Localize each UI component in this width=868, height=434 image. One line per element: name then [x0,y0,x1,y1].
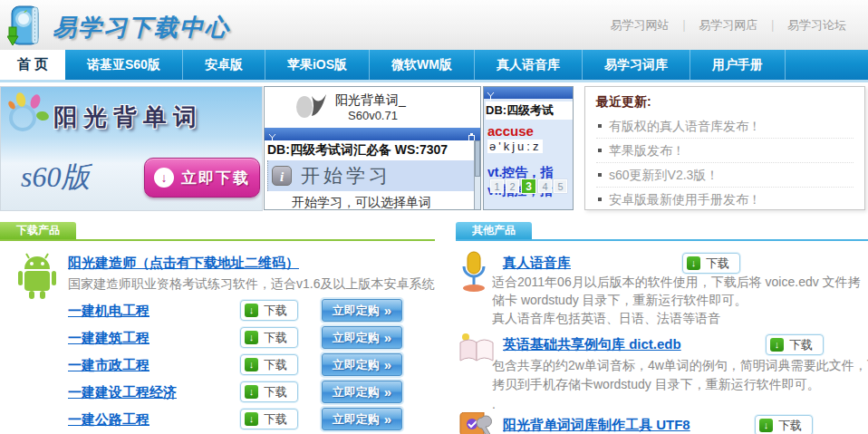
order-now-button[interactable]: 立即定购» [322,299,402,322]
chevron-right-icon: » [384,303,391,318]
status-bar [265,128,480,140]
scrollbar-thumb[interactable] [475,140,480,177]
banner-title: 阳光背单词 [53,101,203,133]
bullet-icon [598,173,602,177]
item-link-gonglu[interactable]: 一建公路工程 [68,411,149,429]
update-item[interactable]: 苹果版发布！ [596,139,854,163]
bullet-icon [598,124,602,128]
item-link-jianzhu[interactable]: 一建建筑工程 [68,330,149,347]
other-link-dictmaker[interactable]: 阳光背单词词库制作工具 UTF8 [503,417,690,434]
other-desc-line: . [492,397,868,411]
update-item[interactable]: s60更新到V2.3版！ [596,163,854,188]
section-underline-others [456,239,868,241]
download-arrow-icon: ↓ [245,331,258,344]
order-now-button[interactable]: 立即定购» [322,326,402,349]
bullet-icon [598,198,602,201]
order-now-button[interactable]: 立即定购» [322,408,402,430]
section-tab-others: 其他产品 [456,222,532,239]
status-bar [484,87,573,99]
download-button[interactable]: ↓下载 [755,415,813,434]
promo-banner[interactable]: 阳光背单词 s60版 ↓ 立即下载 [0,86,263,211]
top-link-forum[interactable]: 易学习论坛 [778,18,855,32]
chevron-right-icon: » [384,330,391,345]
nav-tab-manual[interactable]: 用户手册 [690,50,786,80]
updates-title: 最近更新: [596,94,854,111]
app-version: S60v0.71 [348,109,398,122]
order-now-button[interactable]: 立即定购» [322,381,402,403]
menu-item-desc: 开始学习，可以选择单词 [292,195,431,210]
download-button[interactable]: ↓下载 [240,381,298,402]
recent-updates-panel: 最近更新: 有版权的真人语音库发布！ 苹果版发布！ s60更新到V2.3版！ 安… [584,86,865,210]
item-link-jidian[interactable]: 一建机电工程 [68,303,149,320]
logo[interactable]: 易学习下载中心 [7,4,230,51]
download-button[interactable]: ↓下载 [240,300,298,321]
pager-item-3-active[interactable]: 3 [521,178,536,194]
product-description: 国家建造师职业资格考试练习软件，适合v1.6及以上版本安卓系统 [68,276,434,293]
update-item[interactable]: 安卓版最新使用手册发布！ [596,188,854,212]
banner-download-button[interactable]: ↓ 立即下载 [144,158,260,198]
app-header: 阳光背单词_ S60v0.71 [265,87,480,128]
app-title: 阳光背单词_ [335,92,406,109]
download-button[interactable]: ↓下载 [240,409,298,429]
top-link-website[interactable]: 易学习网站 [602,18,679,32]
pager-item-5[interactable]: 5 [554,179,567,193]
download-arrow-icon: ↓ [245,385,258,399]
scrollbar[interactable] [474,140,480,210]
nav-tab-dict[interactable]: 易学习词库 [583,50,690,80]
section-underline-downloads [0,239,435,241]
nav-tab-ios[interactable]: 苹果iOS版 [265,50,370,80]
app-logo-icon [294,94,332,129]
menu-item-selected[interactable]: i 开始学习 [267,160,476,191]
nav-tab-voice[interactable]: 真人语音库 [475,50,583,80]
top-links: 易学习网站｜易学习网店｜易学习论坛 [602,17,855,34]
pager-item-1[interactable]: 1 [490,179,504,193]
phonetic: ə'kju:z [487,140,543,153]
headword: accuse [487,123,534,139]
pager-item-2[interactable]: 2 [506,179,519,193]
other-desc-line: 包含共享的约2w单词音标，4w单词的例句，简明词典需要此文件，下 [492,358,868,374]
toolbook-icon [457,412,495,434]
download-button[interactable]: ↓下载 [766,334,824,355]
page: 易学习下载中心 易学习网站｜易学习网店｜易学习论坛 首 页 诺基亚S60版 安卓… [0,0,868,434]
open-book-icon [457,332,497,368]
top-link-store[interactable]: 易学习网店 [690,18,767,32]
download-arrow-icon: ↓ [770,338,784,352]
other-link-voicelib[interactable]: 真人语音库 [503,255,571,272]
other-desc-line: 适合2011年06月以后版本的软件使用，下载后将 voice.edv 文件拷 [492,275,868,291]
pager-item-4[interactable]: 4 [538,179,552,193]
palette-decoration-icon [3,91,53,145]
download-button[interactable]: ↓下载 [240,327,298,348]
download-arrow-icon: ↓ [245,358,258,371]
order-now-button[interactable]: 立即定购» [322,353,402,376]
other-desc-line: 储卡 wordstudy 目录下，重新运行软件即可。 [492,293,868,309]
chevron-right-icon: » [384,357,391,372]
db-status-line: DB:四级考试 [486,101,574,120]
item-link-shizheng[interactable]: 一建市政工程 [68,357,149,374]
site-title: 易学习下载中心 [53,12,230,43]
item-link-jingji[interactable]: 一建建设工程经济 [68,384,177,401]
download-button[interactable]: ↓下载 [240,354,298,375]
update-item[interactable]: 有版权的真人语音库发布！ [596,114,854,139]
download-arrow-icon: ↓ [154,168,174,188]
nav-tab-android[interactable]: 安卓版 [183,50,265,80]
nav-underline [0,80,868,82]
download-arrow-icon: ↓ [245,412,258,426]
nav-tab-home[interactable]: 首 页 [0,50,65,80]
other-link-dictdb[interactable]: 英语基础共享例句库 dict.edb [503,336,681,353]
screenshot-pager: 1 2 3 4 5 [490,179,567,194]
section-tab-downloads: 下载产品 [0,222,76,239]
chevron-right-icon: » [384,411,391,427]
nav-tab-wm[interactable]: 微软WM版 [370,50,475,80]
download-arrow-icon: ↓ [759,419,773,432]
info-icon: i [272,166,292,186]
other-desc-line: 真人语音库包括英语、日语、法语等语音 [492,311,868,327]
android-robot-icon [13,251,62,304]
backpack-download-icon [7,4,45,51]
product-link-builder[interactable]: 阳光建造师（点击有下载地址二维码） [68,255,299,272]
link-separator: ｜ [767,18,778,32]
banner-edition: s60版 [21,158,90,198]
download-button[interactable]: ↓下载 [682,253,740,274]
chevron-right-icon: » [384,384,391,400]
db-status-line: DB:四级考试词汇必备 WS:7307 [267,142,448,159]
nav-tab-s60[interactable]: 诺基亚S60版 [65,50,183,80]
